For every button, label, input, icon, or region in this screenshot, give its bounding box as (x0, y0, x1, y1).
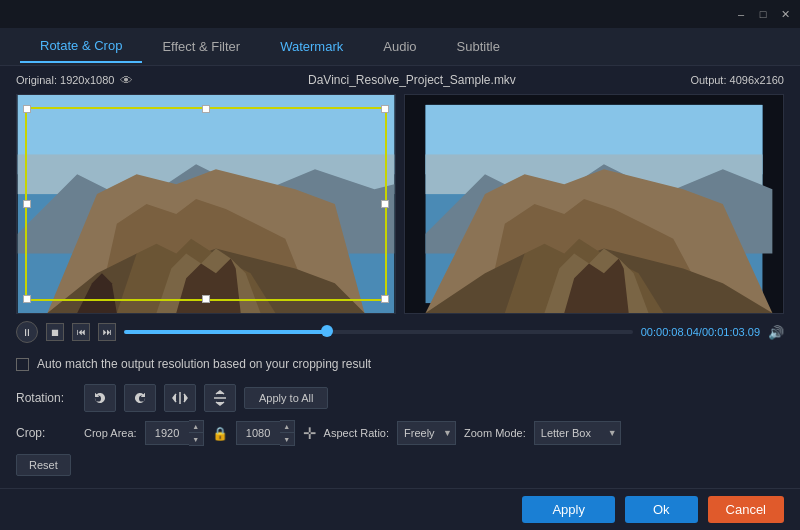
auto-match-row: Auto match the output resolution based o… (0, 350, 800, 378)
flip-horizontal-button[interactable] (164, 384, 196, 412)
tab-watermark[interactable]: Watermark (260, 31, 363, 62)
rotation-row: Rotation: (16, 384, 784, 412)
crop-width-down[interactable]: ▼ (189, 433, 203, 445)
crop-label: Crop: (16, 426, 76, 440)
output-resolution: Output: 4096x2160 (690, 74, 784, 86)
maximize-button[interactable]: □ (756, 7, 770, 21)
time-display: 00:00:08.04/00:01:03.09 (641, 326, 760, 338)
crop-area-label: Crop Area: (84, 427, 137, 439)
rotate-cw-button[interactable] (124, 384, 156, 412)
zoom-mode-label: Zoom Mode: (464, 427, 526, 439)
eye-icon[interactable]: 👁 (120, 73, 133, 88)
tab-audio[interactable]: Audio (363, 31, 436, 62)
original-resolution: Original: 1920x1080 (16, 74, 114, 86)
tab-bar: Rotate & Crop Effect & Filter Watermark … (0, 28, 800, 66)
stop-button[interactable]: ⏹ (46, 323, 64, 341)
ok-button[interactable]: Ok (625, 496, 698, 523)
crop-height-up[interactable]: ▲ (280, 421, 294, 433)
close-button[interactable]: ✕ (778, 7, 792, 21)
next-frame-button[interactable]: ⏭ (98, 323, 116, 341)
tab-rotate-crop[interactable]: Rotate & Crop (20, 30, 142, 63)
preview-right (404, 94, 784, 314)
preview-left (16, 94, 396, 314)
progress-fill (124, 330, 327, 334)
preview-area (0, 94, 800, 314)
auto-match-label: Auto match the output resolution based o… (37, 357, 371, 371)
playback-bar: ⏸ ⏹ ⏮ ⏭ 00:00:08.04/00:01:03.09 🔊 (0, 314, 800, 350)
crop-width-spinner: ▲ ▼ (145, 420, 204, 446)
crop-height-input[interactable] (236, 421, 280, 445)
zoom-mode-select[interactable]: Letter Box Pan & Scan Full (534, 421, 621, 445)
filename-display: DaVinci_Resolve_Project_Sample.mkv (308, 73, 516, 87)
volume-icon[interactable]: 🔊 (768, 325, 784, 340)
reset-button[interactable]: Reset (16, 454, 71, 476)
progress-thumb (321, 325, 333, 337)
crop-width-up[interactable]: ▲ (189, 421, 203, 433)
info-bar: Original: 1920x1080 👁 DaVinci_Resolve_Pr… (0, 66, 800, 94)
play-pause-button[interactable]: ⏸ (16, 321, 38, 343)
bottom-bar: Apply Ok Cancel (0, 488, 800, 530)
tab-effect-filter[interactable]: Effect & Filter (142, 31, 260, 62)
title-bar: – □ ✕ (0, 0, 800, 28)
crop-row: Crop: Crop Area: ▲ ▼ 🔒 ▲ ▼ ✛ Aspect Rati… (16, 420, 784, 446)
crop-height-spinner: ▲ ▼ (236, 420, 295, 446)
zoom-mode-dropdown-wrapper: Letter Box Pan & Scan Full ▼ (534, 421, 621, 445)
flip-vertical-button[interactable] (204, 384, 236, 412)
lock-icon[interactable]: 🔒 (212, 426, 228, 441)
auto-match-checkbox[interactable] (16, 358, 29, 371)
aspect-ratio-label: Aspect Ratio: (324, 427, 389, 439)
aspect-ratio-select[interactable]: Freely 16:9 4:3 1:1 (397, 421, 456, 445)
cancel-button[interactable]: Cancel (708, 496, 784, 523)
apply-to-all-button[interactable]: Apply to All (244, 387, 328, 409)
reset-row: Reset (16, 454, 784, 476)
apply-button[interactable]: Apply (522, 496, 615, 523)
minimize-button[interactable]: – (734, 7, 748, 21)
aspect-ratio-dropdown-wrapper: Freely 16:9 4:3 1:1 ▼ (397, 421, 456, 445)
crop-height-down[interactable]: ▼ (280, 433, 294, 445)
controls-area: Rotation: (0, 378, 800, 482)
tab-subtitle[interactable]: Subtitle (437, 31, 520, 62)
rotation-label: Rotation: (16, 391, 76, 405)
progress-bar[interactable] (124, 330, 633, 334)
prev-frame-button[interactable]: ⏮ (72, 323, 90, 341)
crop-width-input[interactable] (145, 421, 189, 445)
rotate-ccw-button[interactable] (84, 384, 116, 412)
center-crop-icon[interactable]: ✛ (303, 424, 316, 443)
